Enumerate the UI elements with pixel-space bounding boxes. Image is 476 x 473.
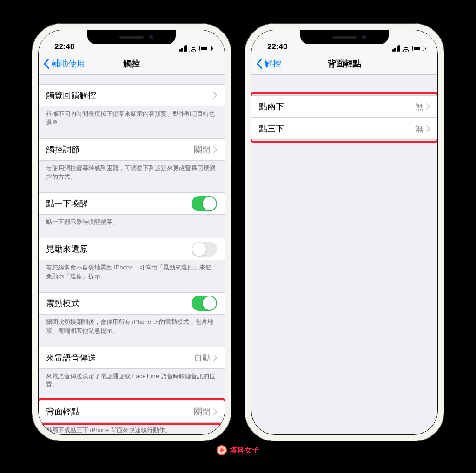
row-label: 點三下 [259, 123, 415, 134]
back-button[interactable]: 觸控 [256, 58, 281, 69]
notch [300, 30, 389, 44]
row-shake-to-undo[interactable]: 晃動來還原 [39, 238, 225, 260]
battery-icon [199, 46, 212, 51]
row-footer: 若使用觸控螢幕時感到困難，可調整下列設定來更改螢幕回應觸控的方式。 [39, 161, 225, 182]
screen-right: 22:40 觸控 背面輕點 點兩下 無 [251, 30, 438, 435]
row-triple-tap[interactable]: 點三下 無 [251, 118, 437, 140]
toggle-tap-to-wake[interactable] [192, 196, 217, 211]
row-value: 無 [415, 123, 423, 134]
cellular-icon [179, 45, 187, 52]
row-touch-accommodations[interactable]: 觸控調節 關閉 [39, 138, 225, 161]
chevron-right-icon [426, 103, 430, 110]
chevron-left-icon [256, 59, 263, 69]
row-value: 關閉 [194, 406, 211, 417]
battery-icon [412, 46, 424, 51]
row-label: 觸控調節 [46, 144, 194, 155]
row-label: 點一下喚醒 [46, 198, 192, 209]
row-label: 背面輕點 [46, 406, 194, 417]
settings-list[interactable]: 觸覺回饋觸控 根據不同的時間長度按下螢幕來顯示內容預覽、動作和項目特色選單。 觸… [39, 84, 225, 435]
row-footer: 關閉此切換開關後，會停用所有 iPhone 上的震動模式，包含地震、海嘯和其他緊… [39, 315, 225, 335]
row-vibration[interactable]: 震動模式 [39, 292, 225, 315]
notch [87, 30, 176, 44]
cellular-icon [392, 45, 400, 52]
row-value: 關閉 [194, 144, 211, 155]
phone-right: 22:40 觸控 背面輕點 點兩下 無 [245, 23, 444, 441]
toggle-shake-to-undo[interactable] [192, 242, 217, 257]
phone-left: 22:40 輔助使用 觸控 觸覺回饋觸控 [32, 23, 231, 441]
row-footer: 若您經常會不自覺地晃動 iPhone，可停用「晃動來還原」來避免顯示「還原」提示… [39, 260, 225, 281]
row-label: 觸覺回饋觸控 [46, 90, 213, 101]
row-footer: 點兩下或點三下 iPhone 背面來快速執行動作。 [39, 423, 225, 435]
row-haptic-touch[interactable]: 觸覺回饋觸控 [39, 84, 225, 106]
wifi-icon [189, 46, 197, 52]
row-tap-to-wake[interactable]: 點一下喚醒 [39, 192, 225, 215]
row-footer: 來電語音傳送決定了電話通話或 FaceTime 語音時聆聽音訊的位置。 [39, 369, 225, 390]
chevron-right-icon [213, 408, 217, 415]
chevron-right-icon [213, 355, 217, 361]
watermark: 塔科女子 [217, 445, 259, 455]
row-label: 點兩下 [259, 101, 415, 112]
back-button[interactable]: 輔助使用 [43, 58, 85, 69]
back-label: 觸控 [264, 58, 281, 69]
row-label: 來電語音傳送 [46, 352, 194, 363]
chevron-right-icon [426, 125, 430, 132]
chevron-right-icon [213, 146, 217, 153]
nav-bar: 觸控 背面輕點 [251, 53, 437, 75]
back-label: 輔助使用 [52, 58, 85, 69]
row-label: 晃動來還原 [46, 243, 192, 255]
avatar-icon [217, 445, 227, 455]
chevron-left-icon [43, 59, 50, 69]
screen-left: 22:40 輔助使用 觸控 觸覺回饋觸控 [38, 30, 225, 435]
row-back-tap[interactable]: 背面輕點 關閉 [39, 401, 225, 423]
status-time: 22:40 [267, 42, 287, 52]
row-value: 無 [415, 101, 423, 112]
row-call-audio-routing[interactable]: 來電語音傳送 自動 [39, 347, 225, 369]
nav-bar: 輔助使用 觸控 [39, 53, 225, 75]
row-value: 自動 [194, 352, 211, 363]
row-double-tap[interactable]: 點兩下 無 [251, 95, 437, 118]
wifi-icon [402, 46, 410, 52]
status-time: 22:40 [54, 42, 74, 52]
settings-list[interactable]: 點兩下 無 點三下 無 [251, 95, 437, 140]
watermark-text: 塔科女子 [230, 446, 259, 455]
row-footer: 點一下顯示器時喚醒螢幕。 [39, 215, 225, 227]
row-label: 震動模式 [46, 298, 192, 309]
row-footer: 根據不同的時間長度按下螢幕來顯示內容預覽、動作和項目特色選單。 [39, 106, 225, 127]
chevron-right-icon [213, 92, 217, 99]
toggle-vibration[interactable] [192, 296, 217, 311]
